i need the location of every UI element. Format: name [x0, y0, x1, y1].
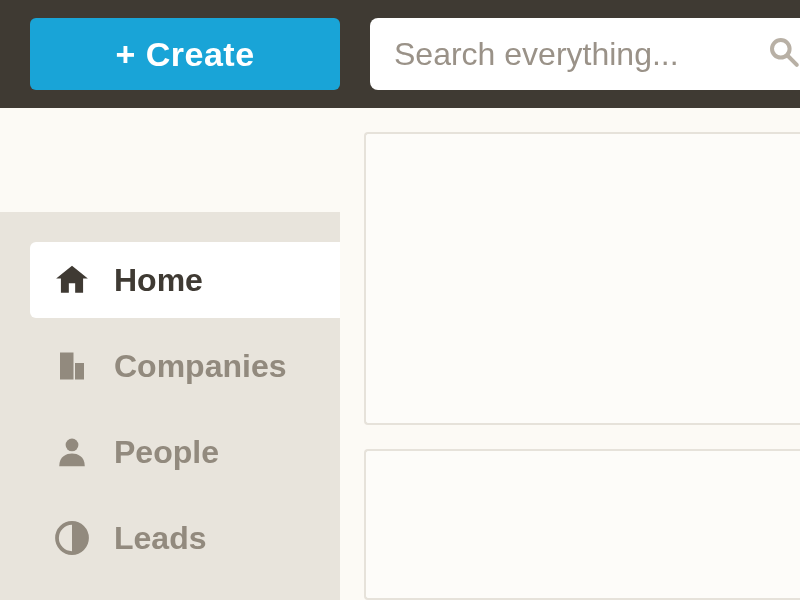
- search-wrapper: [370, 18, 800, 90]
- sidebar-item-label: People: [114, 434, 219, 471]
- create-button[interactable]: + Create: [30, 18, 340, 90]
- sidebar-item-people[interactable]: People: [30, 414, 340, 490]
- sidebar-item-label: Companies: [114, 348, 286, 385]
- svg-rect-3: [75, 363, 84, 380]
- sidebar-item-label: Home: [114, 262, 203, 299]
- svg-line-1: [788, 56, 797, 65]
- svg-point-4: [66, 439, 79, 452]
- people-icon: [52, 432, 92, 472]
- search-input[interactable]: [394, 36, 776, 73]
- search-icon: [768, 32, 800, 76]
- content-card: [364, 132, 800, 425]
- sidebar: Home Companies People: [0, 108, 340, 600]
- content-card: [364, 449, 800, 600]
- sidebar-item-leads[interactable]: Leads: [30, 500, 340, 576]
- sidebar-item-label: Leads: [114, 520, 206, 557]
- leads-icon: [52, 518, 92, 558]
- svg-rect-2: [60, 353, 74, 380]
- topbar: + Create: [0, 0, 800, 108]
- sidebar-item-companies[interactable]: Companies: [30, 328, 340, 404]
- main-content: [340, 108, 800, 600]
- sidebar-nav: Home Companies People: [0, 212, 340, 600]
- companies-icon: [52, 346, 92, 386]
- sidebar-item-home[interactable]: Home: [30, 242, 340, 318]
- home-icon: [52, 260, 92, 300]
- sidebar-top-gap: [0, 108, 340, 212]
